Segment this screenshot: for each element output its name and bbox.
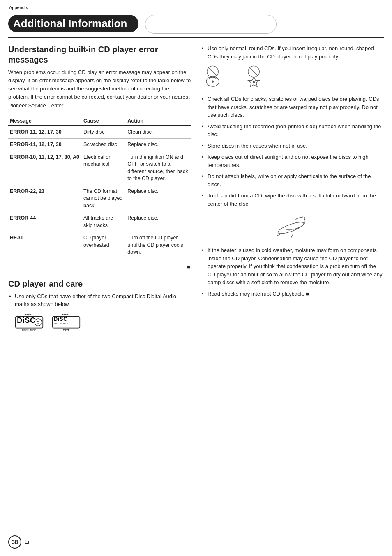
cd-bullet-6: Keep discs out of direct sunlight and do… xyxy=(201,153,384,169)
error-message-cell: ERROR-22, 23 xyxy=(8,185,82,212)
header-area: Additional Information xyxy=(0,0,392,34)
error-table: Message Cause Action ERROR-11, 12, 17, 3… xyxy=(8,116,191,259)
cd-logo-2-svg: COMPACT DiSC DIGITAL AUDIO TEXT xyxy=(52,313,81,333)
svg-text:DiSC: DiSC xyxy=(54,316,67,322)
table-row: ERROR-11, 12, 17, 30Scratched discReplac… xyxy=(8,139,191,151)
error-action-cell: Turn the ignition ON and OFF, or switch … xyxy=(126,151,191,185)
error-message-cell: ERROR-10, 11, 12, 17, 30, A0 xyxy=(8,151,82,185)
footer: 38 En xyxy=(8,535,31,549)
col-action: Action xyxy=(126,116,191,126)
page-title: Additional Information xyxy=(13,17,127,30)
svg-line-16 xyxy=(249,67,258,76)
svg-point-14 xyxy=(212,81,214,83)
error-cause-cell: CD player overheated xyxy=(82,232,126,259)
header-divider xyxy=(8,37,384,38)
error-message-cell: HEAT xyxy=(8,232,82,259)
error-action-cell: Replace disc. xyxy=(126,139,191,151)
error-action-cell: Replace disc. xyxy=(126,212,191,232)
svg-text:COMPACT: COMPACT xyxy=(24,313,35,316)
left-column: Understanding built-in CD player error m… xyxy=(8,44,191,339)
cd-logo-1: COMPACT DiSC DIGITAL AUDIO xyxy=(15,313,44,333)
svg-text:DIGITAL AUDIO: DIGITAL AUDIO xyxy=(54,322,69,325)
table-row: HEATCD player overheatedTurn off the CD … xyxy=(8,232,191,259)
cd-bullet-4: Avoid touching the recorded (non-printed… xyxy=(201,123,384,139)
svg-line-12 xyxy=(208,67,217,76)
cd-logos: COMPACT DiSC DIGITAL AUDIO xyxy=(15,313,191,333)
svg-text:COMPACT: COMPACT xyxy=(61,313,72,316)
error-cause-cell: Scratched disc xyxy=(82,139,126,151)
cd-bullet-5: Store discs in their cases when not in u… xyxy=(201,142,384,150)
cd-bullet-10: Road shocks may interrupt CD playback. ■ xyxy=(201,290,384,298)
header-right-box xyxy=(145,15,277,34)
error-section-heading: Understanding built-in CD player error m… xyxy=(8,44,191,65)
cd-logo-2: COMPACT DiSC DIGITAL AUDIO TEXT xyxy=(52,313,81,333)
cd-bullet-9: If the heater is used in cold weather, m… xyxy=(201,246,384,287)
error-action-cell: Clean disc. xyxy=(126,126,191,139)
error-message-cell: ERROR-11, 12, 17, 30 xyxy=(8,139,82,151)
error-section-intro: When problems occur during CD play an er… xyxy=(8,68,191,110)
irregular-cd-2-svg xyxy=(246,65,279,89)
table-row: ERROR-11, 12, 17, 30Dirty discClean disc… xyxy=(8,126,191,139)
cd-bullet-8: To clean dirt from a CD, wipe the disc w… xyxy=(201,192,384,208)
cd-care-bullets-left: Use only CDs that have either of the two… xyxy=(8,292,191,308)
svg-point-4 xyxy=(37,321,39,323)
svg-text:DiSC: DiSC xyxy=(17,316,35,324)
cd-care-bullets-right-2: Check all CDs for cracks, scratches or w… xyxy=(201,95,384,208)
error-message-cell: ERROR-44 xyxy=(8,212,82,232)
col-cause: Cause xyxy=(82,116,126,126)
error-cause-cell: Dirty disc xyxy=(82,126,126,139)
main-content: Understanding built-in CD player error m… xyxy=(0,44,392,339)
error-action-cell: Replace disc. xyxy=(126,185,191,212)
cd-care-bullets-right: Use only normal, round CDs. If you inser… xyxy=(201,44,384,60)
error-message-cell: ERROR-11, 12, 17, 30 xyxy=(8,126,82,139)
cd-bullet-3: Check all CDs for cracks, scratches or w… xyxy=(201,95,384,119)
cd-care-section: CD player and care Use only CDs that hav… xyxy=(8,279,191,333)
error-action-cell: Turn off the CD player until the CD play… xyxy=(126,232,191,259)
svg-text:DIGITAL AUDIO: DIGITAL AUDIO xyxy=(22,329,37,331)
cd-bullet-7: Do not attach labels, write on or apply … xyxy=(201,172,384,188)
irregular-cd-1-svg xyxy=(205,65,238,89)
appendix-label: Appendix xyxy=(9,5,28,10)
cd-bullet-2: Use only normal, round CDs. If you inser… xyxy=(201,44,384,60)
svg-text:TEXT: TEXT xyxy=(63,328,69,331)
error-cause-cell: The CD format cannot be played back xyxy=(82,185,126,212)
col-message: Message xyxy=(8,116,82,126)
cd-logo-1-svg: COMPACT DiSC DIGITAL AUDIO xyxy=(15,313,44,333)
table-row: ERROR-10, 11, 12, 17, 30, A0Electrical o… xyxy=(8,151,191,185)
svg-point-18 xyxy=(253,81,255,83)
right-column: Use only normal, round CDs. If you inser… xyxy=(201,44,384,339)
svg-line-22 xyxy=(291,235,292,238)
cd-care-heading: CD player and care xyxy=(8,279,191,289)
table-row: ERROR-44All tracks are skip tracksReplac… xyxy=(8,212,191,232)
cd-bullet-1: Use only CDs that have either of the two… xyxy=(8,292,191,308)
title-badge: Additional Information xyxy=(8,15,138,32)
en-label: En xyxy=(25,539,31,545)
error-cause-cell: All tracks are skip tracks xyxy=(82,212,126,232)
cleaning-cloth-svg xyxy=(272,212,313,241)
table-row: ERROR-22, 23The CD format cannot be play… xyxy=(8,185,191,212)
cd-care-bullets-right-3: If the heater is used in cold weather, m… xyxy=(201,246,384,298)
irregular-cds xyxy=(205,65,384,89)
page-number: 38 xyxy=(8,535,21,549)
error-cause-cell: Electrical or mechanical xyxy=(82,151,126,185)
page-wrapper: Appendix Additional Information Understa… xyxy=(0,0,392,556)
end-marker-left: ■ xyxy=(8,264,190,270)
